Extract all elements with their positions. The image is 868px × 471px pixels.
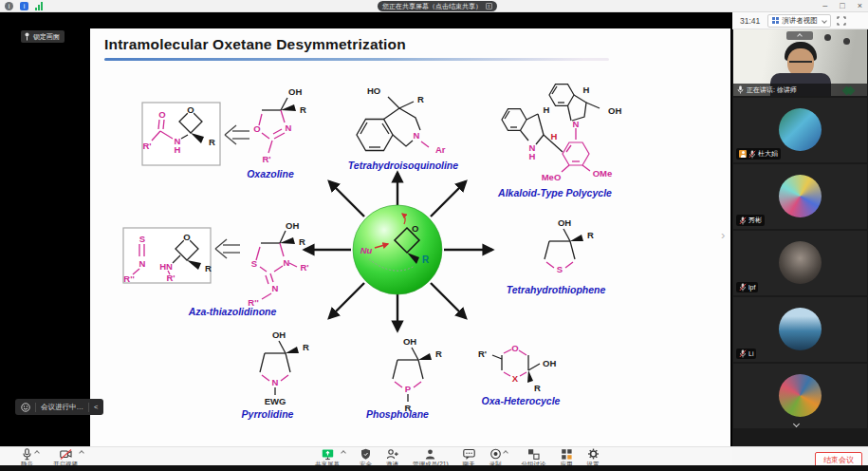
participants-sidebar: 31:41 演讲者视图	[732, 12, 868, 471]
collapse-videos-button[interactable]	[786, 31, 813, 40]
apps-grid-icon	[561, 448, 573, 461]
minimize-button[interactable]: –	[822, 0, 827, 12]
avatar	[779, 241, 822, 284]
meeting-watermark-logo	[846, 87, 854, 94]
atom-label: N	[139, 258, 146, 269]
structure-pyrrolidine: N OH R EWG Pyrrolidine	[242, 330, 309, 420]
compound-name: Tetrahydroisoquinoline	[348, 160, 458, 171]
background-lamp	[843, 38, 850, 45]
atom-label: HO	[367, 85, 380, 96]
atom-label: OH	[608, 105, 621, 116]
chat-icon	[463, 448, 475, 461]
atom-label: R	[299, 236, 305, 247]
mic-muted-icon	[739, 217, 747, 225]
chevron-up-icon[interactable]	[34, 450, 40, 456]
bonds	[260, 341, 299, 395]
view-mode-button[interactable]: 演讲者视图	[767, 14, 831, 28]
atom-label: OH	[558, 217, 571, 228]
atom-label: N	[272, 377, 279, 387]
atom-label: R	[435, 349, 442, 359]
video-tile[interactable]: Li	[733, 297, 867, 362]
avatar	[779, 374, 822, 417]
pin-view-badge[interactable]: 锁定画面	[21, 30, 65, 43]
atom-label: N	[573, 119, 580, 129]
meeting-toolbar: 静音 开启视频	[0, 446, 732, 465]
floating-bar-collapse[interactable]: <	[94, 403, 98, 411]
titlebar-icons: i i	[5, 2, 43, 10]
shared-screen-area: 锁定画面 Intramolecular Oxetane Desymmetriza…	[0, 12, 732, 446]
docs-icon[interactable]: i	[20, 2, 28, 10]
atom-label: H	[583, 85, 590, 95]
pin-icon	[24, 32, 30, 41]
close-button[interactable]: ×	[858, 0, 862, 12]
sidebar-toolbar: 31:41 演讲者视图	[732, 12, 868, 29]
retrosynthesis-arrow	[215, 239, 240, 258]
share-screen-icon	[322, 448, 334, 461]
atom-label: OH	[272, 330, 286, 340]
background-lamp	[824, 34, 831, 41]
fullscreen-icon[interactable]	[837, 16, 846, 26]
maximize-button[interactable]: □	[840, 0, 844, 12]
divider	[88, 403, 89, 412]
mic-muted-icon	[748, 150, 756, 159]
mic-muted-icon	[739, 283, 747, 292]
network-signal-icon	[35, 2, 43, 10]
atom-label: OH	[403, 336, 416, 347]
meeting-floating-bar[interactable]: 会议进行中… <	[15, 399, 103, 415]
window-controls: – □ ×	[822, 0, 862, 12]
floating-bar-label: 会议进行中…	[41, 403, 83, 412]
video-tile[interactable]	[733, 364, 867, 428]
video-tile[interactable]: lpf	[733, 231, 867, 295]
chevron-up-icon[interactable]	[341, 450, 346, 456]
participant-name: 秀彬	[748, 216, 762, 225]
avatar	[779, 308, 822, 350]
sidebar-collapse-handle[interactable]: ›	[721, 229, 725, 241]
avatar	[779, 175, 822, 217]
atom-label: OH	[288, 86, 302, 97]
breakout-icon	[527, 448, 540, 461]
meeting-info-icon[interactable]: i	[5, 2, 13, 10]
atom-label: N	[414, 130, 420, 141]
atom-label: H	[544, 104, 550, 115]
screen-bottom-strip	[0, 465, 868, 471]
participant-chip: 秀彬	[736, 215, 765, 226]
meeting-timer: 31:41	[740, 16, 760, 26]
atom-label: R'	[478, 349, 487, 359]
atom-label: R'	[166, 273, 175, 283]
sharing-banner[interactable]: 您正在共享屏幕（点击结束共享） ≡	[378, 1, 497, 11]
window-titlebar: i i 您正在共享屏幕（点击结束共享） ≡ – □ ×	[0, 0, 868, 12]
atom-label: R	[205, 263, 212, 273]
atom-label: P	[405, 384, 412, 394]
atom-label: N	[286, 122, 292, 133]
structure-oxa-heterocycle: O X R' R OH Oxa-Heterocycle	[478, 343, 561, 406]
compound-name: Oxa-Heterocycle	[482, 395, 561, 406]
speaking-label: 正在讲话: 徐讲师	[747, 85, 797, 95]
shield-icon	[360, 448, 372, 461]
video-tile[interactable]: 杜大娟	[733, 98, 867, 162]
video-tile-speaker[interactable]: 正在讲话: 徐讲师	[733, 29, 867, 96]
chevron-down-icon[interactable]	[793, 421, 800, 427]
host-role-icon	[739, 150, 747, 158]
chevron-up-icon[interactable]	[503, 450, 508, 456]
participant-chip: 杜大娟	[736, 148, 781, 160]
structure-tht: S OH R Tetrahydrothiophene	[507, 217, 606, 295]
compound-name: Tetrahydrothiophene	[507, 284, 606, 295]
compound-name: Phospholane	[366, 408, 429, 420]
view-mode-label: 演讲者视图	[782, 16, 818, 26]
atom-label: H	[175, 144, 181, 155]
atom-label: N	[284, 257, 290, 268]
structure-oxazoline: O N OH R R' Oxazoline	[247, 86, 306, 179]
atom-label: HN	[159, 261, 173, 272]
atom-label: R'	[300, 262, 308, 273]
atom-label: R	[303, 342, 309, 352]
invite-person-icon	[386, 448, 398, 461]
video-tile[interactable]: 秀彬	[733, 164, 867, 229]
mic-muted-icon	[739, 349, 747, 358]
chevron-up-icon[interactable]	[79, 450, 84, 456]
sharing-banner-menu-icon[interactable]: ≡	[486, 3, 492, 9]
atom-label: R	[422, 254, 430, 265]
layout-grid-icon	[772, 17, 779, 24]
presentation-slide: Intramolecular Oxetane Desymmetrization	[90, 28, 730, 446]
atom-label: H	[529, 151, 536, 161]
record-icon	[489, 448, 502, 461]
